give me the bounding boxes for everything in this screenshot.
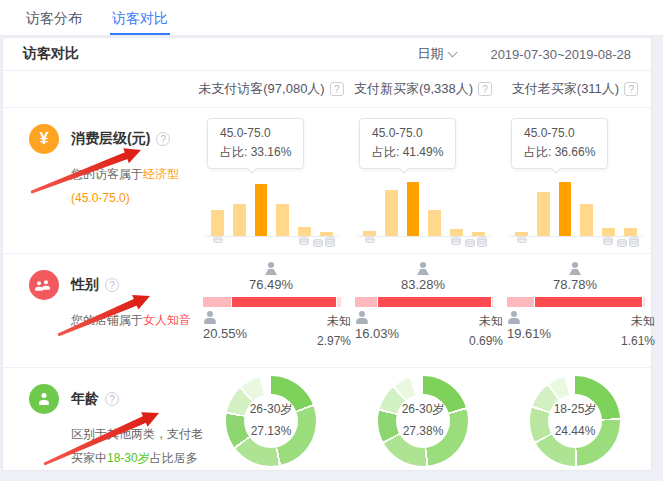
- consumption-title: 消费层级(元) ?: [71, 130, 170, 148]
- unknown-percent: 未知 1.61%: [621, 311, 655, 352]
- consumption-chart-old: 45.0-75.0 占比: 36.66%: [499, 108, 651, 259]
- coins-icon: [299, 239, 309, 245]
- panel-header: 访客对比 日期 2019-07-30~2019-08-28: [3, 38, 651, 71]
- male-icon: [355, 311, 369, 324]
- age-title: 年龄 ?: [71, 390, 119, 408]
- help-icon[interactable]: ?: [624, 82, 638, 96]
- coins-icon: [465, 239, 487, 247]
- coins-icon: [365, 239, 375, 243]
- gender-bar[interactable]: [355, 297, 493, 307]
- male-percent: 20.55%: [203, 326, 247, 341]
- age-chart-new: 26-30岁 27.38%: [347, 368, 499, 472]
- help-icon[interactable]: ?: [156, 132, 170, 146]
- price-axis: [509, 239, 643, 259]
- age-row: 年龄 ? 区别于其他两类，支付老买家中18-30岁占比居多 26-30岁 27.…: [3, 367, 651, 472]
- chart-tooltip: 45.0-75.0 占比: 41.49%: [359, 118, 456, 169]
- female-percent: 78.78%: [553, 277, 597, 292]
- female-percent: 76.49%: [249, 277, 293, 292]
- gender-bar[interactable]: [507, 297, 645, 307]
- coins-icon: [617, 239, 639, 247]
- chart-tooltip: 45.0-75.0 占比: 36.66%: [511, 118, 608, 169]
- coins-icon: [213, 239, 223, 243]
- age-chart-unpaid: 26-30岁 27.13%: [195, 368, 347, 472]
- date-dropdown[interactable]: 日期: [417, 45, 456, 63]
- help-icon[interactable]: ?: [105, 392, 119, 406]
- bar-chart[interactable]: [357, 179, 491, 237]
- unknown-percent: 未知 2.97%: [317, 311, 351, 352]
- chart-tooltip: 45.0-75.0 占比: 33.16%: [207, 118, 304, 169]
- tab-bar: 访客分布 访客对比: [0, 0, 663, 36]
- column-headers: 未支付访客(97,080人) ? 支付新买家(9,338人) ? 支付老买家(3…: [3, 71, 651, 107]
- price-axis: [205, 239, 339, 259]
- bar-chart[interactable]: [205, 179, 339, 237]
- visitor-comparison-panel: 访客对比 日期 2019-07-30~2019-08-28 未支付访客(97,0…: [2, 37, 652, 471]
- coins-icon: [313, 239, 335, 247]
- tab-visitor-distribution[interactable]: 访客分布: [24, 0, 84, 35]
- female-icon: [416, 262, 430, 275]
- tab-visitor-comparison[interactable]: 访客对比: [110, 0, 170, 35]
- donut-center-label: 26-30岁 27.13%: [231, 399, 311, 442]
- gender-chart-unpaid: 76.49% 20.55% 未知 2.97%: [195, 254, 347, 367]
- male-percent: 16.03%: [355, 326, 399, 341]
- help-icon[interactable]: ?: [105, 278, 119, 292]
- date-range-value[interactable]: 2019-07-30~2019-08-28: [490, 47, 631, 62]
- age-label-cell: 年龄 ? 区别于其他两类，支付老买家中18-30岁占比居多: [3, 368, 195, 472]
- female-percent: 83.28%: [401, 277, 445, 292]
- gender-bar[interactable]: [203, 297, 341, 307]
- consumption-chart-unpaid: 45.0-75.0 占比: 33.16%: [195, 108, 347, 259]
- gender-title: 性别 ?: [71, 276, 119, 294]
- donut-center-label: 18-25岁 24.44%: [535, 399, 615, 442]
- age-donut-chart[interactable]: 18-25岁 24.44%: [530, 376, 620, 466]
- column-header-new-buyers: 支付新买家(9,338人) ?: [347, 71, 499, 107]
- bar-chart[interactable]: [509, 179, 643, 237]
- consumption-chart-new: 45.0-75.0 占比: 41.49%: [347, 108, 499, 259]
- female-icon: [264, 262, 278, 275]
- yuan-icon: ¥: [29, 124, 59, 154]
- unknown-percent: 未知 0.69%: [469, 311, 503, 352]
- coins-icon: [451, 239, 461, 245]
- gender-chart-old: 78.78% 19.61% 未知 1.61%: [499, 254, 651, 367]
- age-donut-chart[interactable]: 26-30岁 27.13%: [226, 376, 316, 466]
- person-icon: [29, 384, 59, 414]
- people-icon: [29, 270, 59, 300]
- coins-icon: [517, 239, 527, 243]
- male-icon: [203, 311, 217, 324]
- consumption-row: ¥ 消费层级(元) ? 您的访客属于经济型(45.0-75.0) 45.0-75…: [3, 107, 651, 253]
- age-chart-old: 18-25岁 24.44%: [499, 368, 651, 472]
- column-header-old-buyers: 支付老买家(311人) ?: [499, 71, 651, 107]
- coins-icon: [603, 239, 613, 245]
- help-icon[interactable]: ?: [330, 82, 344, 96]
- male-icon: [507, 311, 521, 324]
- help-icon[interactable]: ?: [478, 82, 492, 96]
- column-header-unpaid: 未支付访客(97,080人) ?: [195, 71, 347, 107]
- price-axis: [357, 239, 491, 259]
- donut-center-label: 26-30岁 27.38%: [383, 399, 463, 442]
- chevron-down-icon: [448, 48, 458, 58]
- male-percent: 19.61%: [507, 326, 551, 341]
- age-donut-chart[interactable]: 26-30岁 27.38%: [378, 376, 468, 466]
- gender-chart-new: 83.28% 16.03% 未知 0.69%: [347, 254, 499, 367]
- panel-title: 访客对比: [23, 45, 79, 63]
- female-icon: [568, 262, 582, 275]
